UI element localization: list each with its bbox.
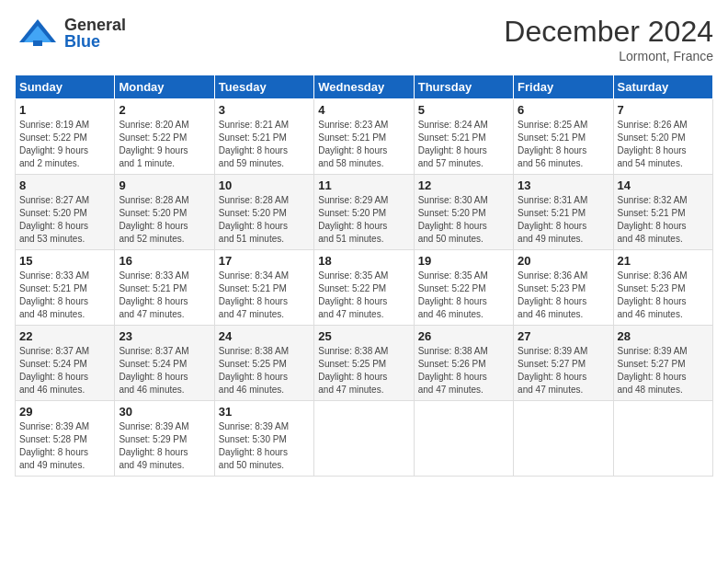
calendar: SundayMondayTuesdayWednesdayThursdayFrid… (15, 75, 713, 477)
calendar-week-4: 22Sunrise: 8:37 AMSunset: 5:24 PMDayligh… (16, 326, 713, 401)
calendar-cell: 1Sunrise: 8:19 AMSunset: 5:22 PMDaylight… (16, 99, 115, 175)
day-number: 12 (418, 178, 509, 192)
weekday-tuesday: Tuesday (214, 75, 313, 99)
calendar-cell: 11Sunrise: 8:29 AMSunset: 5:20 PMDayligh… (314, 175, 414, 250)
calendar-cell: 17Sunrise: 8:34 AMSunset: 5:21 PMDayligh… (214, 250, 313, 326)
day-info: Sunrise: 8:25 AMSunset: 5:21 PMDaylight:… (518, 119, 609, 170)
day-info: Sunrise: 8:39 AMSunset: 5:29 PMDaylight:… (119, 420, 210, 472)
day-info: Sunrise: 8:19 AMSunset: 5:22 PMDaylight:… (19, 119, 110, 170)
calendar-cell: 5Sunrise: 8:24 AMSunset: 5:21 PMDaylight… (414, 99, 513, 175)
calendar-week-5: 29Sunrise: 8:39 AMSunset: 5:28 PMDayligh… (16, 401, 713, 477)
calendar-cell: 10Sunrise: 8:28 AMSunset: 5:20 PMDayligh… (214, 175, 313, 250)
day-info: Sunrise: 8:37 AMSunset: 5:24 PMDaylight:… (19, 345, 110, 396)
day-info: Sunrise: 8:36 AMSunset: 5:23 PMDaylight:… (518, 270, 609, 321)
day-info: Sunrise: 8:33 AMSunset: 5:21 PMDaylight:… (19, 270, 110, 321)
day-number: 20 (518, 254, 609, 268)
day-info: Sunrise: 8:30 AMSunset: 5:20 PMDaylight:… (418, 194, 509, 246)
calendar-week-3: 15Sunrise: 8:33 AMSunset: 5:21 PMDayligh… (16, 250, 713, 326)
calendar-cell: 2Sunrise: 8:20 AMSunset: 5:22 PMDaylight… (115, 99, 214, 175)
day-number: 27 (518, 329, 609, 343)
day-number: 21 (618, 254, 709, 268)
day-info: Sunrise: 8:23 AMSunset: 5:21 PMDaylight:… (318, 119, 409, 170)
calendar-cell: 9Sunrise: 8:28 AMSunset: 5:20 PMDaylight… (115, 175, 214, 250)
day-info: Sunrise: 8:39 AMSunset: 5:30 PMDaylight:… (219, 420, 310, 472)
calendar-cell: 19Sunrise: 8:35 AMSunset: 5:22 PMDayligh… (414, 250, 513, 326)
day-number: 24 (219, 329, 310, 343)
calendar-cell: 21Sunrise: 8:36 AMSunset: 5:23 PMDayligh… (613, 250, 712, 326)
header: General Blue December 2024 Lormont, Fran… (15, 15, 713, 63)
calendar-cell: 28Sunrise: 8:39 AMSunset: 5:27 PMDayligh… (613, 326, 712, 401)
day-info: Sunrise: 8:24 AMSunset: 5:21 PMDaylight:… (418, 119, 509, 170)
calendar-cell: 22Sunrise: 8:37 AMSunset: 5:24 PMDayligh… (16, 326, 115, 401)
day-info: Sunrise: 8:31 AMSunset: 5:21 PMDaylight:… (518, 194, 609, 246)
day-number: 22 (19, 329, 110, 343)
day-number: 1 (19, 103, 110, 117)
day-number: 15 (19, 254, 110, 268)
day-info: Sunrise: 8:39 AMSunset: 5:27 PMDaylight:… (518, 345, 609, 396)
calendar-cell: 15Sunrise: 8:33 AMSunset: 5:21 PMDayligh… (16, 250, 115, 326)
logo: General Blue (15, 15, 126, 52)
day-info: Sunrise: 8:21 AMSunset: 5:21 PMDaylight:… (219, 119, 310, 170)
calendar-cell: 20Sunrise: 8:36 AMSunset: 5:23 PMDayligh… (514, 250, 613, 326)
day-info: Sunrise: 8:32 AMSunset: 5:21 PMDaylight:… (618, 194, 709, 246)
day-number: 16 (119, 254, 210, 268)
day-info: Sunrise: 8:38 AMSunset: 5:25 PMDaylight:… (318, 345, 409, 396)
calendar-cell: 3Sunrise: 8:21 AMSunset: 5:21 PMDaylight… (214, 99, 313, 175)
logo-blue-text: Blue (64, 33, 126, 50)
day-number: 28 (618, 329, 709, 343)
day-number: 8 (19, 178, 110, 192)
weekday-thursday: Thursday (414, 75, 513, 99)
day-number: 18 (318, 254, 409, 268)
logo-text: General Blue (64, 17, 126, 50)
day-number: 10 (219, 178, 310, 192)
day-info: Sunrise: 8:35 AMSunset: 5:22 PMDaylight:… (318, 270, 409, 321)
day-number: 9 (119, 178, 210, 192)
day-info: Sunrise: 8:39 AMSunset: 5:27 PMDaylight:… (618, 345, 709, 396)
day-info: Sunrise: 8:28 AMSunset: 5:20 PMDaylight:… (119, 194, 210, 246)
calendar-cell (314, 401, 414, 477)
calendar-cell: 18Sunrise: 8:35 AMSunset: 5:22 PMDayligh… (314, 250, 414, 326)
calendar-cell: 29Sunrise: 8:39 AMSunset: 5:28 PMDayligh… (16, 401, 115, 477)
day-info: Sunrise: 8:20 AMSunset: 5:22 PMDaylight:… (119, 119, 210, 170)
day-info: Sunrise: 8:33 AMSunset: 5:21 PMDaylight:… (119, 270, 210, 321)
day-info: Sunrise: 8:27 AMSunset: 5:20 PMDaylight:… (19, 194, 110, 246)
day-number: 23 (119, 329, 210, 343)
calendar-cell: 26Sunrise: 8:38 AMSunset: 5:26 PMDayligh… (414, 326, 513, 401)
day-info: Sunrise: 8:39 AMSunset: 5:28 PMDaylight:… (19, 420, 110, 472)
day-number: 7 (618, 103, 709, 117)
day-number: 25 (318, 329, 409, 343)
calendar-week-2: 8Sunrise: 8:27 AMSunset: 5:20 PMDaylight… (16, 175, 713, 250)
day-info: Sunrise: 8:36 AMSunset: 5:23 PMDaylight:… (618, 270, 709, 321)
weekday-wednesday: Wednesday (314, 75, 414, 99)
day-number: 30 (119, 405, 210, 419)
page-container: General Blue December 2024 Lormont, Fran… (0, 0, 728, 484)
day-info: Sunrise: 8:34 AMSunset: 5:21 PMDaylight:… (219, 270, 310, 321)
weekday-monday: Monday (115, 75, 214, 99)
calendar-cell: 7Sunrise: 8:26 AMSunset: 5:20 PMDaylight… (613, 99, 712, 175)
weekday-header-row: SundayMondayTuesdayWednesdayThursdayFrid… (16, 75, 713, 99)
day-number: 3 (219, 103, 310, 117)
day-number: 6 (518, 103, 609, 117)
calendar-cell: 31Sunrise: 8:39 AMSunset: 5:30 PMDayligh… (214, 401, 313, 477)
day-info: Sunrise: 8:38 AMSunset: 5:26 PMDaylight:… (418, 345, 509, 396)
title-block: December 2024 Lormont, France (504, 15, 713, 63)
day-number: 14 (618, 178, 709, 192)
day-number: 13 (518, 178, 609, 192)
day-number: 19 (418, 254, 509, 268)
day-number: 29 (19, 405, 110, 419)
calendar-cell (414, 401, 513, 477)
day-number: 26 (418, 329, 509, 343)
weekday-sunday: Sunday (16, 75, 115, 99)
day-info: Sunrise: 8:29 AMSunset: 5:20 PMDaylight:… (318, 194, 409, 246)
calendar-cell: 14Sunrise: 8:32 AMSunset: 5:21 PMDayligh… (613, 175, 712, 250)
day-number: 2 (119, 103, 210, 117)
svg-rect-2 (33, 40, 42, 46)
calendar-cell (514, 401, 613, 477)
day-info: Sunrise: 8:37 AMSunset: 5:24 PMDaylight:… (119, 345, 210, 396)
logo-icon (15, 15, 61, 52)
day-info: Sunrise: 8:26 AMSunset: 5:20 PMDaylight:… (618, 119, 709, 170)
calendar-cell: 25Sunrise: 8:38 AMSunset: 5:25 PMDayligh… (314, 326, 414, 401)
calendar-cell: 13Sunrise: 8:31 AMSunset: 5:21 PMDayligh… (514, 175, 613, 250)
calendar-cell: 24Sunrise: 8:38 AMSunset: 5:25 PMDayligh… (214, 326, 313, 401)
calendar-week-1: 1Sunrise: 8:19 AMSunset: 5:22 PMDaylight… (16, 99, 713, 175)
